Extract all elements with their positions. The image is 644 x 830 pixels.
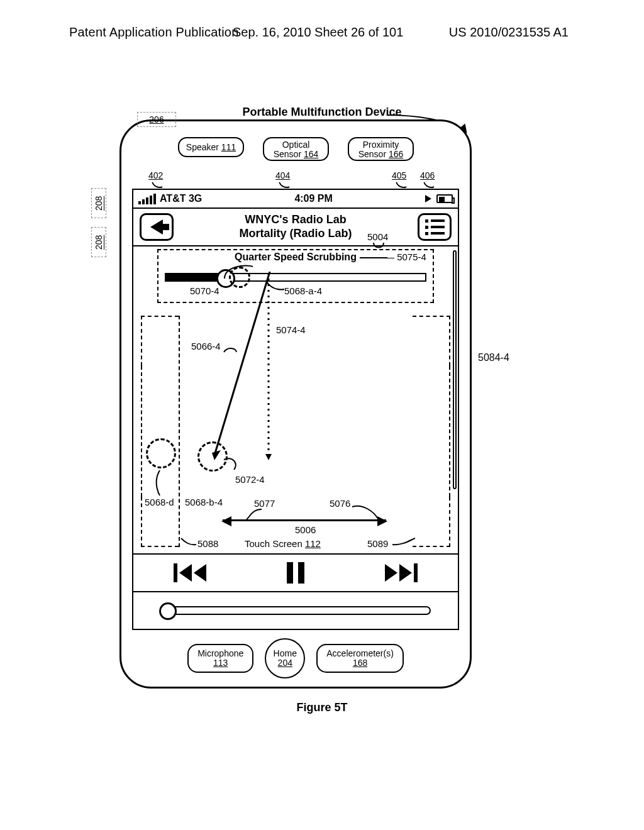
status-left: AT&T 3G xyxy=(138,193,202,204)
accelerometer-pill: Accelerometer(s) 168 xyxy=(316,644,404,673)
ref-5004: 5004 xyxy=(367,231,388,242)
ref-402: 402 xyxy=(148,170,163,180)
bottom-row: Microphone 113 Home 204 Accelerometer(s)… xyxy=(121,639,470,677)
prev-tri1-icon xyxy=(179,564,192,582)
hook-5076 xyxy=(351,504,379,521)
volume-knob[interactable] xyxy=(159,602,177,620)
hook-5077 xyxy=(245,508,264,521)
inner-dash-5088 xyxy=(179,316,180,547)
header-right: US 2010/0231535 A1 xyxy=(449,25,569,40)
home-button[interactable]: Home 204 xyxy=(265,638,305,678)
volume-track[interactable] xyxy=(160,606,431,615)
title-line1: WNYC's Radio Lab xyxy=(240,213,352,227)
device-frame: 206 208 208 Speaker 111 Optical Sensor 1… xyxy=(119,119,472,689)
scrub-track[interactable] xyxy=(165,273,426,282)
prox-l2: Sensor xyxy=(358,149,386,159)
prox-num: 166 xyxy=(389,149,403,159)
status-bar: AT&T 3G 4:09 PM xyxy=(133,190,458,209)
content-area: Quarter Speed Scrubbing 5070-4 5068-a-4 … xyxy=(133,246,458,553)
optical-num: 164 xyxy=(304,149,318,159)
optical-l2: Sensor xyxy=(274,149,301,159)
nav-row: WNYC's Radio Lab Mortality (Radio Lab) xyxy=(133,209,458,246)
side-l xyxy=(141,366,142,497)
hook-5066 xyxy=(223,345,238,356)
pause-button[interactable] xyxy=(287,562,304,584)
list-icon-2 xyxy=(425,226,445,229)
title-line2: Mortality (Radio Lab) xyxy=(240,227,352,241)
ref-406: 406 xyxy=(420,170,435,180)
ref-5076: 5076 xyxy=(330,498,350,509)
prev-bar-icon xyxy=(174,563,177,582)
battery-icon xyxy=(436,194,453,203)
prox-l1: Proximity xyxy=(349,140,413,150)
volume-row xyxy=(133,591,458,629)
line-5075 xyxy=(360,254,387,262)
ref-5066-4: 5066-4 xyxy=(191,341,221,351)
ref-206: 206 xyxy=(137,112,176,127)
device-title: Portable Multifunction Device xyxy=(0,106,644,119)
ref-5089: 5089 xyxy=(367,538,388,549)
home-label: Home xyxy=(274,649,297,658)
next-bar-icon xyxy=(414,563,418,582)
microphone-pill: Microphone 113 xyxy=(187,644,253,673)
hook-5068d xyxy=(155,470,166,498)
ref-5077: 5077 xyxy=(254,498,275,509)
next-tri2-icon xyxy=(399,564,412,582)
now-playing-title: WNYC's Radio Lab Mortality (Radio Lab) xyxy=(240,213,352,240)
ref-5068-a-4: 5068-a-4 xyxy=(284,285,322,296)
ref-208-b: 208 xyxy=(91,227,106,257)
status-right xyxy=(425,194,453,203)
page: Patent Application Publication Sep. 16, … xyxy=(0,0,644,830)
touch-screen-label: Touch Screen 112 xyxy=(245,538,321,549)
next-button[interactable] xyxy=(385,563,418,582)
home-num: 204 xyxy=(278,658,292,668)
optical-l1: Optical xyxy=(264,140,328,150)
signal-bars-icon xyxy=(138,194,156,204)
ref-5072-4: 5072-4 xyxy=(235,474,265,485)
svg-line-3 xyxy=(214,272,270,455)
speaker-label: Speaker xyxy=(186,142,219,152)
ref-5084-4: 5084-4 xyxy=(478,352,509,363)
ref-404: 404 xyxy=(275,170,290,180)
corner-br xyxy=(413,497,450,547)
accel-label: Accelerometer(s) xyxy=(326,649,394,658)
carrier-label: AT&T 3G xyxy=(160,193,202,204)
tracklist-button[interactable] xyxy=(418,213,452,241)
optical-sensor-pill: Optical Sensor 164 xyxy=(263,137,329,161)
pause-bar2-icon xyxy=(298,562,304,584)
prev-tri2-icon xyxy=(194,564,206,582)
header-center: Sep. 16, 2010 Sheet 26 of 101 xyxy=(233,25,403,40)
ref-208-a: 208 xyxy=(91,188,106,218)
transport-row xyxy=(133,553,458,591)
playing-icon xyxy=(425,195,431,202)
ref-5088: 5088 xyxy=(197,538,218,549)
corner-tl xyxy=(141,316,179,366)
speaker-pill: Speaker 111 xyxy=(178,137,244,157)
back-arrow-icon xyxy=(150,219,163,235)
header-left: Patent Application Publication xyxy=(69,25,239,40)
tail-5072 xyxy=(223,457,242,472)
pause-bar1-icon xyxy=(287,562,293,584)
mic-label: Microphone xyxy=(197,649,243,658)
clock-label: 4:09 PM xyxy=(294,193,332,204)
ref-5075-4: — 5075-4 xyxy=(385,252,426,262)
corner-tr xyxy=(413,316,450,366)
mic-num: 113 xyxy=(197,658,243,668)
speaker-num: 111 xyxy=(221,142,236,152)
ref-5068-d: 5068-d xyxy=(145,497,174,507)
prev-button[interactable] xyxy=(174,563,206,582)
touch-screen[interactable]: AT&T 3G 4:09 PM WNYC's Radio Lab Mortali… xyxy=(132,189,459,630)
next-tri1-icon xyxy=(385,564,397,582)
hook-5089 xyxy=(391,537,416,548)
list-icon-3 xyxy=(425,232,445,235)
ref-405: 405 xyxy=(392,170,406,180)
side-r xyxy=(449,366,450,497)
hook-5088 xyxy=(180,537,199,548)
proximity-sensor-pill: Proximity Sensor 166 xyxy=(348,137,414,161)
touch-5068-d xyxy=(146,438,176,468)
line-5066 xyxy=(207,272,282,460)
figure-caption: Figure 5T xyxy=(0,701,644,714)
back-button[interactable] xyxy=(140,213,174,241)
ref-5068-b-4: 5068-b-4 xyxy=(185,497,223,507)
accel-num: 168 xyxy=(326,658,394,668)
